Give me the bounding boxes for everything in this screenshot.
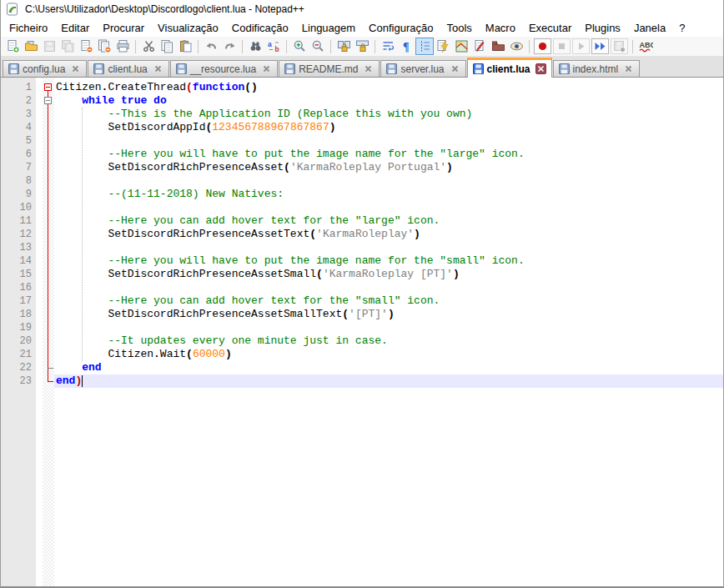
code-line[interactable]: --Here you can add hover text for the "s… — [54, 294, 723, 308]
code-line[interactable]: --(11-11-2018) New Natives: — [54, 188, 723, 201]
code-area[interactable]: Citizen.CreateThread(function() while tr… — [54, 78, 723, 588]
cut-button[interactable] — [139, 38, 158, 55]
code-line[interactable]: --This is the Application ID (Replace th… — [54, 108, 723, 121]
save-file-button[interactable] — [40, 38, 58, 55]
code-line[interactable]: SetDiscordRichPresenceAssetSmallText('[P… — [54, 308, 723, 321]
code-line[interactable]: end — [54, 361, 723, 374]
code-line[interactable]: SetDiscordRichPresenceAssetText('KarmaRo… — [54, 228, 723, 241]
code-line[interactable] — [54, 241, 723, 254]
tab-server.lua[interactable]: server.lua — [380, 60, 465, 77]
show-indent-guide-button[interactable] — [415, 38, 434, 55]
code-line[interactable] — [54, 174, 723, 188]
fold-tick — [48, 368, 53, 369]
menu-item-linguagem[interactable]: Linguagem — [295, 20, 362, 36]
copy-icon — [160, 39, 174, 53]
code-token — [114, 94, 121, 107]
tab-close-button[interactable] — [535, 63, 546, 74]
undo-icon — [204, 39, 219, 53]
paste-button[interactable] — [176, 38, 194, 55]
tab-close-button[interactable] — [153, 63, 163, 74]
tab-close-button[interactable] — [70, 63, 81, 74]
folder-as-workspace-button[interactable] — [489, 38, 507, 55]
show-all-characters-button[interactable]: ¶ — [397, 38, 415, 55]
sync-vertical-scroll-button[interactable] — [334, 38, 353, 55]
code-token: --Here you will have to put the image na… — [108, 254, 524, 267]
redo-button[interactable] — [220, 38, 239, 55]
word-wrap-button[interactable] — [379, 38, 397, 55]
menu-item-editar[interactable]: Editar — [54, 20, 96, 36]
menu-item-?[interactable]: ? — [672, 20, 691, 36]
document-list-icon — [473, 39, 487, 53]
code-line[interactable]: --It updates every one minute just in ca… — [54, 334, 723, 348]
tab-config.lua[interactable]: config.lua — [3, 60, 87, 77]
copy-button[interactable] — [158, 38, 176, 55]
tab-client.lua[interactable]: client.lua — [88, 60, 168, 77]
sync-horizontal-scroll-button[interactable] — [353, 38, 371, 55]
monitoring-eye-button[interactable] — [507, 38, 525, 55]
open-file-icon — [24, 39, 38, 53]
replace-button[interactable]: ab — [264, 38, 283, 55]
menu-item-macro[interactable]: Macro — [479, 20, 522, 36]
word-wrap-icon — [381, 39, 395, 53]
tab-README.md[interactable]: README.md — [279, 60, 380, 77]
run-macro-multiple-button[interactable] — [591, 38, 609, 54]
fold-collapse-box[interactable] — [44, 97, 52, 104]
close-file-button[interactable] — [77, 38, 95, 55]
open-file-button[interactable] — [22, 38, 40, 55]
zoom-in-button[interactable] — [290, 38, 309, 55]
code-line[interactable]: end) — [54, 374, 723, 388]
menu-item-procurar[interactable]: Procurar — [96, 20, 151, 36]
code-line[interactable]: while true do — [54, 94, 723, 108]
zoom-out-button[interactable] — [309, 38, 327, 55]
tab-close-button[interactable] — [623, 63, 634, 74]
line-number: 20 — [1, 334, 32, 348]
menu-item-visualizao[interactable]: Visualização — [151, 20, 225, 36]
print-button[interactable] — [113, 38, 132, 55]
code-line[interactable]: SetDiscordAppId(123456788967867867) — [54, 121, 723, 134]
fold-collapse-box[interactable] — [44, 83, 52, 91]
code-line[interactable] — [54, 134, 723, 148]
code-line[interactable] — [54, 201, 723, 214]
document-list-button[interactable] — [470, 38, 489, 55]
code-line[interactable]: --Here you will have to put the image na… — [54, 254, 723, 268]
menu-item-configurao[interactable]: Configuração — [362, 20, 440, 36]
undo-button[interactable] — [202, 38, 220, 55]
code-editor[interactable]: 1234567891011121314151617181920212223 Ci… — [1, 78, 723, 588]
function-list-button[interactable] — [434, 38, 452, 55]
menu-item-ficheiro[interactable]: Ficheiro — [3, 20, 54, 36]
menu-item-executar[interactable]: Executar — [522, 20, 578, 36]
menu-item-codificao[interactable]: Codificação — [225, 20, 295, 36]
toolbar-separator — [330, 40, 331, 53]
bookmark-margin[interactable] — [36, 78, 43, 588]
menu-item-janela[interactable]: Janela — [627, 20, 672, 36]
code-line[interactable] — [54, 281, 723, 294]
code-line[interactable] — [54, 321, 723, 334]
code-token: ( — [309, 228, 316, 240]
tab-__resource.lua[interactable]: __resource.lua — [170, 60, 278, 77]
code-line[interactable]: Citizen.CreateThread(function() — [54, 81, 723, 94]
record-macro-button[interactable] — [534, 38, 551, 54]
tab-close-button[interactable] — [363, 63, 374, 74]
code-line[interactable]: --Here you will have to put the image na… — [54, 148, 723, 161]
tab-close-button[interactable] — [261, 63, 272, 74]
new-file-button[interactable] — [3, 38, 22, 55]
spell-check-abc-button[interactable]: ABC — [636, 38, 655, 55]
save-macro-button[interactable] — [611, 38, 628, 54]
save-all-button[interactable] — [58, 38, 77, 55]
stop-macro-button[interactable] — [553, 38, 571, 54]
tab-close-button[interactable] — [450, 63, 460, 74]
code-line[interactable]: --Here you can add hover text for the "l… — [54, 214, 723, 228]
play-macro-button[interactable] — [572, 38, 590, 54]
document-map-button[interactable] — [452, 38, 470, 55]
menu-item-tools[interactable]: Tools — [440, 20, 478, 36]
code-line[interactable]: SetDiscordRichPresenceAsset('KarmaRolepl… — [54, 161, 723, 174]
tab-index.html[interactable]: index.html — [553, 60, 641, 77]
close-all-files-button[interactable] — [95, 38, 113, 55]
code-line[interactable]: SetDiscordRichPresenceAssetSmall('KarmaR… — [54, 268, 723, 281]
fold-margin[interactable] — [43, 78, 54, 588]
tab-client.lua[interactable]: client.lua — [467, 58, 552, 78]
new-file-icon — [6, 39, 20, 53]
find-button[interactable] — [246, 38, 264, 55]
code-line[interactable]: Citizen.Wait(60000) — [54, 348, 723, 361]
menu-item-plugins[interactable]: Plugins — [578, 20, 627, 36]
